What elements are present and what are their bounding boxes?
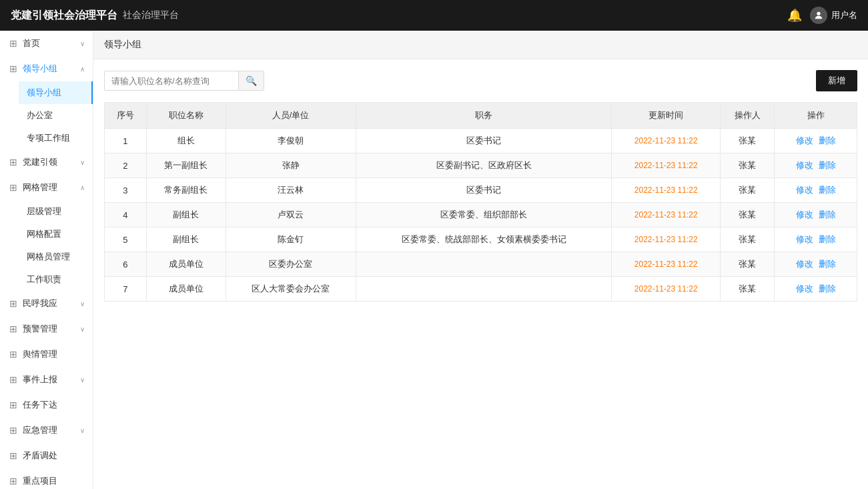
toolbar: 🔍 新增 (104, 70, 857, 91)
sidebar-item-office[interactable]: 办公室 (19, 104, 93, 127)
edit-link[interactable]: 修改 (796, 259, 813, 269)
sidebar-label-people-respond: 民呼我应 (23, 298, 80, 310)
table-row: 4副组长卢双云区委常委、组织部部长2022-11-23 11:22张某修改删除 (105, 203, 857, 227)
edit-link[interactable]: 修改 (796, 234, 813, 244)
search-input[interactable] (105, 72, 238, 90)
sidebar-item-alert-manage[interactable]: ⊞ 预警管理 ∨ (0, 316, 93, 342)
sidebar-label-level-manage: 层级管理 (27, 205, 85, 217)
sidebar-item-work-duty[interactable]: 工作职责 (19, 268, 93, 291)
table-col-header: 操作人 (720, 103, 774, 129)
header-title: 党建引领社会治理平台 (11, 9, 117, 23)
sidebar-item-grid-member[interactable]: 网格员管理 (19, 246, 93, 268)
cell-time: 2022-11-23 11:22 (612, 129, 720, 153)
cell-time: 2022-11-23 11:22 (612, 203, 720, 227)
delete-link[interactable]: 删除 (819, 160, 836, 170)
cell-no: 3 (105, 178, 147, 203)
cell-operator: 张某 (720, 252, 774, 277)
layout: ⊞ 首页 ∨ ⊞ 领导小组 ∧ 领导小组 办公室 专项工作组 ⊞ 党建引领 ∨ (0, 31, 868, 489)
edit-link[interactable]: 修改 (796, 284, 813, 294)
sidebar-item-grid-config[interactable]: 网格配置 (19, 223, 93, 246)
search-button[interactable]: 🔍 (238, 71, 264, 90)
edit-link[interactable]: 修改 (796, 185, 813, 195)
cell-person: 陈金钉 (226, 227, 356, 252)
edit-link[interactable]: 修改 (796, 135, 813, 145)
table-row: 3常务副组长汪云林区委书记2022-11-23 11:22张某修改删除 (105, 178, 857, 203)
sidebar-arrow-people-respond: ∨ (80, 300, 85, 308)
sidebar-item-level-manage[interactable]: 层级管理 (19, 200, 93, 223)
cell-operator: 张某 (720, 203, 774, 227)
table-row: 7成员单位区人大常委会办公室2022-11-23 11:22张某修改删除 (105, 277, 857, 302)
cell-position: 常务副组长 (146, 178, 226, 203)
page-header: 领导小组 (93, 31, 868, 59)
sidebar-label-alert-manage: 预警管理 (23, 323, 80, 335)
sidebar-item-party-lead[interactable]: ⊞ 党建引领 ∨ (0, 149, 93, 175)
sidebar-item-grid-manage[interactable]: ⊞ 网格管理 ∧ (0, 175, 93, 200)
edit-link[interactable]: 修改 (796, 209, 813, 219)
sidebar-item-task-down[interactable]: ⊞ 任务下达 (0, 392, 93, 418)
sidebar-item-home[interactable]: ⊞ 首页 ∨ (0, 31, 93, 56)
cell-position: 副组长 (146, 203, 226, 227)
table-row: 6成员单位区委办公室2022-11-23 11:22张某修改删除 (105, 252, 857, 277)
public-opinion-icon: ⊞ (8, 349, 19, 360)
delete-link[interactable]: 删除 (819, 234, 836, 244)
cell-position: 成员单位 (146, 277, 226, 302)
add-button[interactable]: 新增 (816, 70, 857, 91)
cell-duty: 区委书记 (356, 129, 612, 153)
search-box: 🔍 (104, 71, 264, 91)
sidebar-item-event-report[interactable]: ⊞ 事件上报 ∨ (0, 367, 93, 392)
cell-person: 卢双云 (226, 203, 356, 227)
cell-no: 6 (105, 252, 147, 277)
cell-operator: 张某 (720, 153, 774, 178)
task-down-icon: ⊞ (8, 400, 19, 410)
cell-action: 修改删除 (775, 153, 857, 178)
cell-time: 2022-11-23 11:22 (612, 153, 720, 178)
sidebar-label-grid-config: 网格配置 (27, 228, 85, 240)
sidebar-label-public-opinion: 舆情管理 (23, 348, 85, 360)
sidebar-label-grid-member: 网格员管理 (27, 251, 85, 263)
sidebar-label-conflict: 矛盾调处 (23, 450, 85, 462)
bell-icon[interactable]: 🔔 (787, 8, 802, 23)
cell-action: 修改删除 (775, 203, 857, 227)
sidebar-arrow-leadership: ∧ (80, 65, 85, 73)
cell-person: 张静 (226, 153, 356, 178)
delete-link[interactable]: 删除 (819, 284, 836, 294)
sidebar-arrow-alert-manage: ∨ (80, 326, 85, 333)
sidebar-label-home: 首页 (23, 37, 80, 49)
sidebar-arrow-grid-manage: ∧ (80, 184, 85, 191)
cell-action: 修改删除 (775, 277, 857, 302)
header-subtitle: 社会治理平台 (123, 9, 179, 21)
delete-link[interactable]: 删除 (819, 185, 836, 195)
table-col-header: 职务 (356, 103, 612, 129)
edit-link[interactable]: 修改 (796, 160, 813, 170)
delete-link[interactable]: 删除 (819, 259, 836, 269)
content-area: 🔍 新增 序号职位名称人员/单位职务更新时间操作人操作 1组长李俊朝区委书记20… (93, 59, 868, 489)
sidebar-item-key-project[interactable]: ⊞ 重点项目 (0, 468, 93, 489)
event-report-icon: ⊞ (8, 374, 19, 385)
cell-no: 5 (105, 227, 147, 252)
sidebar-arrow-event-report: ∨ (80, 376, 85, 384)
data-table: 序号职位名称人员/单位职务更新时间操作人操作 1组长李俊朝区委书记2022-11… (104, 102, 857, 302)
cell-no: 4 (105, 203, 147, 227)
delete-link[interactable]: 删除 (819, 135, 836, 145)
cell-no: 2 (105, 153, 147, 178)
sidebar-label-event-report: 事件上报 (23, 374, 80, 386)
sidebar-item-special-workgroup[interactable]: 专项工作组 (19, 127, 93, 149)
delete-link[interactable]: 删除 (819, 209, 836, 219)
main-content: 领导小组 🔍 新增 序号职位名称人员/单位职务更新时间操作人操作 1组长李俊朝区… (93, 31, 868, 489)
cell-operator: 张某 (720, 178, 774, 203)
table-col-header: 操作 (775, 103, 857, 129)
sidebar-item-people-respond[interactable]: ⊞ 民呼我应 ∨ (0, 291, 93, 316)
sidebar-item-leadership[interactable]: ⊞ 领导小组 ∧ (0, 56, 93, 81)
sidebar-label-emergency: 应急管理 (23, 424, 80, 436)
cell-time: 2022-11-23 11:22 (612, 227, 720, 252)
grid-manage-icon: ⊞ (8, 182, 19, 193)
sidebar-item-leadership-group[interactable]: 领导小组 (19, 81, 93, 104)
sidebar-item-conflict[interactable]: ⊞ 矛盾调处 (0, 443, 93, 468)
sidebar-arrow-party-lead: ∨ (80, 159, 85, 166)
user-menu[interactable]: 用户名 (810, 7, 857, 24)
cell-operator: 张某 (720, 227, 774, 252)
sidebar-label-task-down: 任务下达 (23, 399, 85, 411)
sidebar-item-emergency[interactable]: ⊞ 应急管理 ∨ (0, 418, 93, 443)
sidebar-item-public-opinion[interactable]: ⊞ 舆情管理 (0, 342, 93, 367)
table-col-header: 序号 (105, 103, 147, 129)
